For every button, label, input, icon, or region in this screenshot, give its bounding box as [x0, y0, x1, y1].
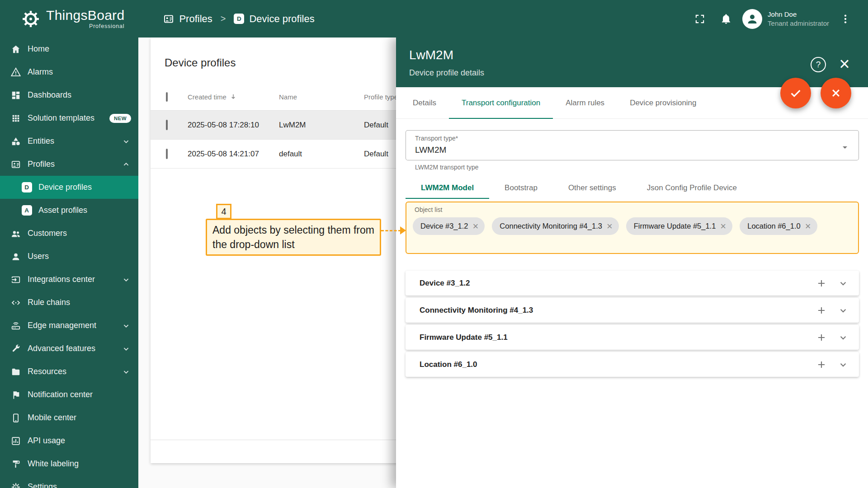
- thingsboard-logo-icon: [21, 9, 41, 29]
- fullscreen-button[interactable]: [690, 9, 710, 29]
- chip-firmware-update[interactable]: Firmware Update #5_1.1 ×: [626, 217, 732, 235]
- dashboard-icon: [10, 89, 22, 101]
- select-all-checkbox[interactable]: [166, 92, 168, 102]
- chip-label: Connectivity Monitoring #4_1.3: [500, 222, 602, 230]
- expand-chevron-icon[interactable]: [837, 332, 849, 343]
- sidebar-item-label: Home: [28, 44, 49, 54]
- transport-type-hint: LWM2M transport type: [415, 164, 859, 171]
- cell-name: default: [279, 150, 364, 159]
- sidebar-item-label: Users: [28, 252, 49, 261]
- chip-remove-icon[interactable]: ×: [607, 221, 613, 231]
- subtab-other-settings[interactable]: Other settings: [553, 177, 632, 199]
- tab-device-provisioning[interactable]: Device provisioning: [617, 87, 709, 118]
- chip-remove-icon[interactable]: ×: [805, 221, 811, 231]
- sidebar-item-label: Asset profiles: [38, 206, 87, 215]
- sidebar-item-dashboards[interactable]: Dashboards: [0, 84, 138, 107]
- sidebar-item-solution-templates[interactable]: Solution templates NEW: [0, 107, 138, 130]
- input-icon: [10, 274, 22, 286]
- row-checkbox[interactable]: [166, 120, 168, 130]
- logo[interactable]: ThingsBoard Professional: [0, 8, 124, 29]
- transport-type-label: Transport type*: [415, 135, 849, 142]
- sidebar-item-label: Alarms: [28, 67, 53, 77]
- sidebar-item-home[interactable]: Home: [0, 38, 138, 61]
- close-drawer-button[interactable]: ×: [836, 56, 853, 72]
- topbar-actions: John Doe Tenant administrator: [690, 9, 868, 29]
- sidebar-item-entities[interactable]: Entities: [0, 130, 138, 153]
- panel-title: Connectivity Monitoring #4_1.3: [420, 306, 533, 315]
- subtab-lwm2m-model[interactable]: LWM2M Model: [406, 177, 489, 199]
- panel-location[interactable]: Location #6_1.0: [406, 352, 859, 377]
- breadcrumb-device-profiles[interactable]: D Device profiles: [234, 13, 314, 25]
- sidebar-item-asset-profiles[interactable]: A Asset profiles: [0, 199, 138, 222]
- breadcrumb-profiles[interactable]: Profiles: [163, 13, 212, 25]
- chip-device[interactable]: Device #3_1.2 ×: [413, 217, 485, 235]
- user-name: John Doe: [768, 10, 829, 18]
- discard-changes-fab[interactable]: [821, 78, 851, 108]
- row-checkbox[interactable]: [166, 149, 168, 159]
- sort-desc-icon: [230, 93, 237, 100]
- object-list-field[interactable]: Object list Device #3_1.2 × Connectivity…: [406, 202, 859, 254]
- user-menu[interactable]: John Doe Tenant administrator: [742, 9, 829, 29]
- sidebar-item-api-usage[interactable]: API usage: [0, 429, 138, 452]
- chip-location[interactable]: Location #6_1.0 ×: [740, 217, 817, 235]
- warning-icon: [10, 66, 22, 78]
- apps-grid-icon: [10, 113, 22, 124]
- device-profiles-icon: D: [234, 14, 244, 24]
- chip-remove-icon[interactable]: ×: [473, 221, 479, 231]
- subtab-json-config-profile-device[interactable]: Json Config Profile Device: [632, 177, 752, 199]
- sidebar-item-users[interactable]: Users: [0, 245, 138, 268]
- add-instance-icon[interactable]: [816, 359, 827, 371]
- add-instance-icon[interactable]: [816, 332, 827, 343]
- column-created-time[interactable]: Created time: [188, 93, 279, 101]
- sidebar-item-notification-center[interactable]: Notification center: [0, 383, 138, 406]
- sidebar-item-advanced-features[interactable]: Advanced features: [0, 337, 138, 360]
- home-icon: [10, 43, 22, 55]
- sidebar-item-edge-management[interactable]: Edge management: [0, 314, 138, 337]
- transport-type-value: LWM2M: [415, 145, 849, 155]
- chip-label: Location #6_1.0: [747, 222, 800, 230]
- expand-chevron-icon[interactable]: [837, 305, 849, 316]
- chevron-down-icon: [121, 321, 131, 331]
- transport-type-select[interactable]: Transport type* LWM2M: [406, 130, 859, 160]
- sidebar-item-white-labeling[interactable]: White labeling: [0, 452, 138, 475]
- sidebar-item-label: Dashboards: [28, 90, 71, 100]
- sidebar-item-mobile-center[interactable]: Mobile center: [0, 406, 138, 429]
- paint-icon: [10, 458, 22, 470]
- expand-chevron-icon[interactable]: [837, 277, 849, 289]
- sidebar-item-device-profiles[interactable]: D Device profiles: [0, 176, 138, 199]
- sidebar-item-customers[interactable]: Customers: [0, 222, 138, 245]
- expand-chevron-icon[interactable]: [837, 359, 849, 371]
- tab-transport-configuration[interactable]: Transport configuration: [449, 87, 553, 118]
- add-instance-icon[interactable]: [816, 277, 827, 289]
- object-panels: Device #3_1.2 Connectivity Monitoring #4…: [406, 271, 859, 377]
- help-button[interactable]: ?: [811, 57, 826, 72]
- sidebar-item-settings[interactable]: Settings: [0, 475, 138, 488]
- panel-device[interactable]: Device #3_1.2: [406, 271, 859, 296]
- notifications-bell-button[interactable]: [716, 9, 736, 29]
- user-info: John Doe Tenant administrator: [768, 10, 829, 27]
- ethernet-icon: [10, 297, 22, 309]
- subtab-bootstrap[interactable]: Bootstrap: [489, 177, 553, 199]
- add-instance-icon[interactable]: [816, 305, 827, 316]
- sidebar-item-profiles[interactable]: Profiles: [0, 153, 138, 176]
- tab-details[interactable]: Details: [400, 87, 449, 118]
- sidebar-item-resources[interactable]: Resources: [0, 360, 138, 383]
- tab-alarm-rules[interactable]: Alarm rules: [553, 87, 617, 118]
- sidebar-item-rule-chains[interactable]: Rule chains: [0, 291, 138, 314]
- sidebar-item-alarms[interactable]: Alarms: [0, 61, 138, 84]
- panel-firmware-update[interactable]: Firmware Update #5_1.1: [406, 325, 859, 350]
- chip-remove-icon[interactable]: ×: [720, 221, 726, 231]
- sidebar-item-label: Profiles: [28, 160, 55, 169]
- sidebar-item-label: White labeling: [28, 459, 79, 469]
- breadcrumb-label: Device profiles: [249, 13, 314, 25]
- chip-connectivity-monitoring[interactable]: Connectivity Monitoring #4_1.3 ×: [492, 217, 618, 235]
- breadcrumb: Profiles > D Device profiles: [163, 13, 314, 25]
- person-icon: [10, 251, 22, 263]
- profiles-icon: [163, 14, 174, 24]
- sidebar-item-integrations-center[interactable]: Integrations center: [0, 268, 138, 291]
- panel-connectivity-monitoring[interactable]: Connectivity Monitoring #4_1.3: [406, 298, 859, 323]
- sidebar-item-label: Notification center: [28, 390, 93, 399]
- kebab-menu-button[interactable]: [835, 9, 855, 29]
- apply-changes-fab[interactable]: [780, 78, 811, 108]
- column-name[interactable]: Name: [279, 93, 364, 101]
